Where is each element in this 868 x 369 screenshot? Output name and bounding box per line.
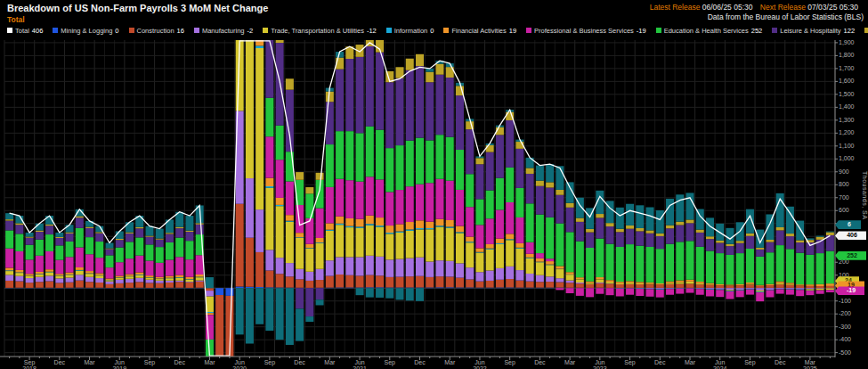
bar-2022-08[interactable] (496, 126, 504, 289)
bar-2021-02[interactable] (316, 173, 324, 306)
bar-segment (766, 291, 774, 298)
bar-2019-05[interactable] (106, 242, 114, 288)
bar-2024-04[interactable] (696, 209, 704, 295)
bar-2022-11[interactable] (526, 158, 534, 288)
payrolls-stacked-chart[interactable]: 1,9001,8001,7001,6001,5001,4001,3001,200… (0, 0, 868, 369)
bar-2023-01[interactable] (546, 164, 554, 288)
bar-2022-12[interactable] (536, 166, 544, 289)
bar-2023-10[interactable] (636, 205, 644, 296)
y-axis-unit-label: Thousands, SA (862, 171, 868, 219)
bar-2023-12[interactable] (656, 210, 664, 298)
bar-segment (135, 278, 143, 283)
bar-2025-05[interactable] (826, 232, 834, 292)
bar-segment (265, 287, 273, 288)
bar-2018-10[interactable] (36, 224, 44, 288)
bar-segment (276, 258, 284, 274)
bar-2021-11[interactable] (406, 59, 414, 301)
bar-2018-11[interactable] (45, 216, 53, 288)
bar-segment (446, 276, 454, 287)
bar-segment (646, 289, 654, 296)
bar-2022-03[interactable] (446, 63, 454, 288)
bar-2018-12[interactable] (55, 233, 63, 288)
bar-2024-01[interactable] (666, 199, 674, 295)
bar-2022-02[interactable] (435, 61, 443, 288)
bar-segment (526, 258, 534, 258)
bar-2021-10[interactable] (396, 67, 404, 299)
bar-2022-01[interactable] (426, 69, 434, 288)
bar-2020-07[interactable] (246, 40, 254, 344)
bar-2025-01[interactable] (786, 207, 794, 295)
bar-2020-10[interactable] (276, 40, 284, 340)
bar-2025-04[interactable] (816, 236, 824, 294)
bar-2022-05[interactable] (466, 119, 474, 288)
bar-segment (806, 284, 814, 286)
bar-segment (406, 276, 414, 287)
bar-2021-12[interactable] (416, 54, 424, 301)
bar-segment (435, 219, 443, 226)
bar-segment (116, 239, 124, 240)
bar-2020-04[interactable] (215, 288, 223, 357)
bar-segment (66, 233, 74, 234)
bar-2023-07[interactable] (606, 201, 614, 295)
bar-2018-08[interactable] (15, 216, 23, 288)
bar-segment (776, 230, 784, 245)
bar-2023-05[interactable] (586, 208, 594, 297)
bar-2018-09[interactable] (26, 233, 34, 288)
bar-2019-07[interactable] (126, 222, 134, 288)
bar-2019-10[interactable] (156, 229, 164, 289)
bar-2021-07[interactable] (366, 40, 374, 298)
bar-2021-01[interactable] (305, 187, 313, 322)
bar-2018-07[interactable] (5, 213, 13, 288)
bar-2022-10[interactable] (515, 140, 523, 289)
bar-2024-10[interactable] (756, 230, 764, 302)
bar-2023-08[interactable] (616, 208, 624, 297)
bar-2023-09[interactable] (626, 204, 634, 295)
bar-2021-08[interactable] (376, 40, 384, 298)
bar-segment (116, 280, 124, 283)
bar-segment (706, 290, 714, 297)
bar-2024-12[interactable] (776, 193, 784, 294)
bar-2025-03[interactable] (806, 238, 814, 295)
bar-2019-03[interactable] (85, 221, 93, 288)
bar-2024-03[interactable] (686, 193, 694, 292)
bar-2022-09[interactable] (506, 110, 514, 288)
bar-2023-04[interactable] (576, 198, 584, 296)
bar-2020-06[interactable] (236, 40, 244, 334)
bar-segment (196, 282, 204, 288)
bar-segment (806, 288, 814, 289)
chart-plot-area[interactable] (0, 0, 868, 369)
bar-2019-06[interactable] (116, 231, 124, 288)
bar-2023-06[interactable] (596, 191, 604, 294)
bar-2023-03[interactable] (566, 182, 574, 293)
bar-2023-11[interactable] (646, 208, 654, 297)
bar-segment (305, 288, 313, 316)
bar-2019-08[interactable] (135, 216, 143, 288)
bar-2022-07[interactable] (486, 144, 494, 288)
bar-2024-02[interactable] (676, 194, 684, 293)
bar-segment (636, 283, 644, 284)
bar-2021-09[interactable] (385, 71, 393, 299)
bar-2019-09[interactable] (146, 226, 154, 289)
bar-2019-11[interactable] (166, 219, 174, 288)
bar-2020-09[interactable] (265, 40, 273, 331)
bar-2024-11[interactable] (766, 214, 774, 297)
bar-2022-04[interactable] (456, 83, 464, 288)
bar-2021-05[interactable] (345, 46, 353, 288)
bar-2022-06[interactable] (475, 156, 483, 288)
bar-2020-01[interactable] (185, 216, 193, 288)
bar-segment (486, 288, 494, 289)
bar-2019-04[interactable] (95, 226, 103, 289)
bar-segment (15, 270, 23, 273)
bar-segment (526, 242, 534, 254)
bar-2023-02[interactable] (556, 166, 564, 290)
bar-2019-12[interactable] (175, 212, 183, 288)
bar-2019-01[interactable] (66, 225, 74, 288)
bar-2020-08[interactable] (256, 40, 264, 324)
bar-2019-02[interactable] (76, 209, 84, 288)
bar-2021-06[interactable] (356, 45, 364, 295)
bar-2025-02[interactable] (796, 221, 804, 297)
bar-2021-04[interactable] (336, 52, 344, 288)
bar-segment (215, 288, 223, 295)
bar-2024-05[interactable] (706, 217, 714, 296)
bar-segment (786, 207, 794, 234)
